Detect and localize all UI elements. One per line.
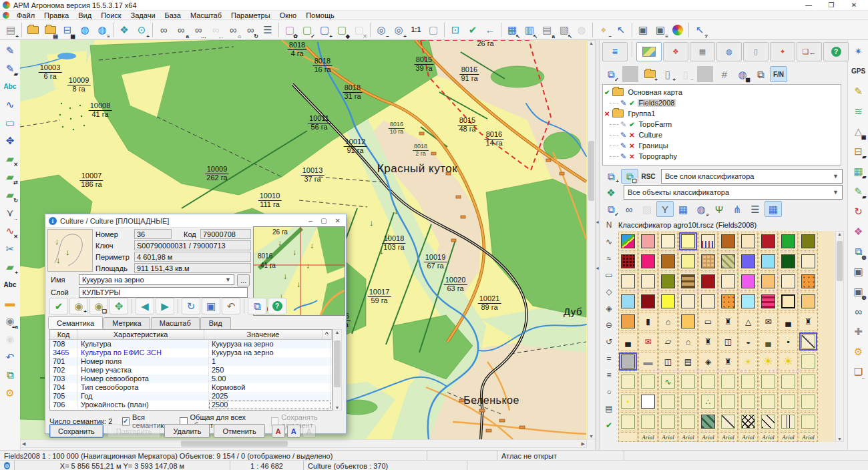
area-field[interactable]: 911 151,43 кв.м	[134, 263, 251, 273]
classifier-swatch[interactable]	[698, 252, 718, 271]
semantic-row-703[interactable]: 703Номер севооборота5.00	[50, 375, 332, 383]
classifier-swatch[interactable]	[678, 372, 698, 391]
line-style-icon[interactable]: ○	[606, 387, 611, 397]
add-map-button[interactable]: ▯+	[659, 66, 676, 82]
layer-tree-item-culture[interactable]: ✎✕Culture	[604, 130, 839, 140]
semantic-row-706[interactable]: 706Урожайность (план)2500	[50, 401, 332, 409]
semantic-row-704[interactable]: 704Тип севооборотаКормовой	[50, 383, 332, 392]
rsc-button[interactable]: RSC	[640, 169, 657, 184]
table-scrollbar[interactable]: ▲▼	[333, 329, 342, 411]
tab-objects[interactable]: ▦	[690, 42, 715, 61]
print-report-button[interactable]: ▣≡	[652, 21, 669, 39]
menu-задачи[interactable]: Задачи	[126, 11, 160, 19]
route-button[interactable]: ⌖~	[595, 21, 612, 39]
map-edit-button[interactable]: ✎	[850, 83, 867, 99]
classifier-swatch[interactable]	[658, 272, 678, 291]
scroll-thumb[interactable]	[588, 141, 594, 201]
classifier-swatch[interactable]	[678, 312, 698, 331]
classifier-swatch[interactable]: ♜	[698, 332, 718, 351]
classifier-swatch[interactable]	[738, 232, 758, 251]
classifier-swatch[interactable]: ∴	[698, 392, 718, 411]
classifier-tree-button[interactable]: ⋔	[728, 201, 746, 217]
tab-семантика[interactable]: Семантика	[48, 316, 103, 328]
name-combo[interactable]: Кукуруза на зерно▼	[79, 274, 234, 285]
exit-panel-button[interactable]: ❏←	[850, 363, 867, 380]
classifier-swatch[interactable]	[799, 292, 818, 311]
classifier-search-button[interactable]: ∞	[620, 201, 638, 217]
semantic-row-705[interactable]: 705Год2025	[50, 392, 332, 401]
open-matrix-dem-button[interactable]: ⊟▦	[59, 21, 76, 39]
scroll-thumb[interactable]	[181, 441, 288, 447]
find-by-name-button[interactable]: ∞a	[172, 21, 190, 39]
color-wheel-button[interactable]	[669, 21, 686, 39]
classifier-swatch[interactable]: ▤	[678, 352, 698, 371]
tab-map-view[interactable]	[636, 42, 662, 61]
tab-вид[interactable]: Вид	[200, 317, 231, 329]
classifier-layers-button[interactable]: ⧉✓	[602, 201, 620, 217]
classifier-swatch[interactable]	[758, 392, 778, 411]
classifier-swatch[interactable]	[779, 232, 798, 251]
classifier-swatch[interactable]	[799, 412, 818, 431]
prev-object-button[interactable]: ◀	[136, 298, 154, 314]
menu-масштаб[interactable]: Масштаб	[186, 11, 226, 19]
layer-field[interactable]: КУЛЬТУРЫ	[79, 287, 248, 298]
new-map-button[interactable]: ▤+	[2, 21, 19, 39]
globe-status-icon[interactable]: ◍	[0, 461, 15, 470]
classifier-swatch[interactable]: ☀	[738, 352, 758, 371]
classifier-swatch[interactable]	[758, 272, 778, 291]
classifier-swatch[interactable]	[799, 232, 818, 251]
collapse-icon[interactable]: ◂	[596, 219, 598, 225]
print-button[interactable]: ▣	[634, 21, 652, 39]
semantic-row-701[interactable]: 701Номер поля1	[50, 357, 332, 366]
semantic-row-708[interactable]: 708КультураКукуруза на зерно	[50, 340, 332, 348]
internet-layers-button[interactable]: ◍▦	[734, 66, 751, 82]
find-next-button[interactable]: ∞…	[190, 21, 207, 39]
classifier-swatch[interactable]	[718, 252, 738, 271]
classifier-swatch[interactable]	[718, 272, 738, 291]
line-style-icon[interactable]: ↺	[606, 337, 612, 346]
tools-button[interactable]: ✚	[850, 323, 867, 340]
next-object-button[interactable]: ▶	[156, 298, 174, 314]
save-object-button[interactable]: ▣	[202, 298, 220, 314]
tab-navigator[interactable]: ✦	[770, 42, 795, 61]
dialog-close-button[interactable]: ✕	[335, 217, 341, 224]
edit-pencil-icon[interactable]: ✎	[620, 131, 626, 140]
redraw-object-button[interactable]: ▰⇄	[1, 168, 19, 185]
font-sample-cell[interactable]: Arial	[638, 432, 658, 442]
classifier-swatch[interactable]: ☀	[758, 352, 778, 371]
scroll-thumb[interactable]	[334, 340, 341, 387]
maps-compare-button[interactable]: ⧉◍	[850, 243, 867, 260]
copy-semantic-button[interactable]: ◉❏	[89, 298, 108, 314]
open-site-button[interactable]: ▤	[41, 21, 59, 39]
classifier-swatch[interactable]	[638, 232, 658, 251]
classifier-swatch[interactable]: ✉	[638, 332, 658, 351]
classifier-swatch[interactable]: ▮	[638, 312, 658, 331]
edit-polygon-button[interactable]: ✎▰	[1, 60, 19, 77]
line-style-icon[interactable]: =	[606, 354, 611, 363]
add-semantic-button[interactable]: ◉+	[69, 298, 88, 314]
select-report-button[interactable]: ▥↖	[521, 21, 538, 39]
line-style-icon[interactable]: ✔	[606, 421, 612, 430]
select-area-button[interactable]: ▢✿	[281, 21, 298, 39]
classifier-swatch[interactable]	[758, 292, 778, 311]
classifier-swatch[interactable]: ▄	[779, 312, 798, 331]
font-sample-cell[interactable]: Arial	[658, 432, 678, 442]
perimeter-field[interactable]: 4 601,98 м	[134, 252, 251, 262]
classifier-swatch[interactable]	[678, 412, 698, 431]
classifier-swatch[interactable]	[799, 372, 818, 391]
classifier-swatch[interactable]: ▄	[618, 332, 638, 351]
classifier-swatch[interactable]	[758, 232, 778, 251]
classifier-swatch[interactable]	[618, 272, 638, 291]
select-add-button[interactable]: ▢+	[316, 21, 333, 39]
print-map-button[interactable]: ▣	[850, 263, 867, 280]
line-style-icon[interactable]: ≡	[606, 371, 611, 380]
panel-splitter[interactable]: ◂◂	[595, 40, 600, 450]
number-field[interactable]: 36	[134, 229, 172, 239]
classifier-swatch[interactable]	[738, 372, 758, 391]
classifier-swatch[interactable]	[718, 392, 738, 411]
minimize-button[interactable]: —	[797, 0, 820, 10]
matrix-button[interactable]: #	[716, 66, 733, 82]
classifier-swatch[interactable]	[698, 372, 718, 391]
font-sample-cell[interactable]: Arial	[758, 432, 778, 442]
classifier-swatch[interactable]: ✉	[758, 312, 778, 331]
